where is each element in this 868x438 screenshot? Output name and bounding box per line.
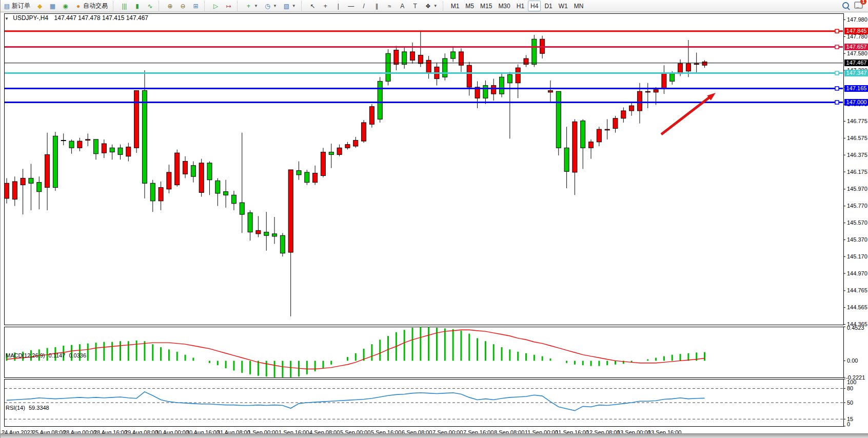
chart-canvas[interactable] (1, 0, 868, 438)
candle-body (231, 195, 236, 203)
line-handle[interactable] (835, 45, 839, 49)
candle-body (142, 91, 147, 184)
candle-body (313, 173, 318, 183)
candle-body (369, 107, 374, 125)
candle-body (29, 178, 33, 183)
candle-body (102, 144, 106, 153)
candle-body (5, 183, 9, 198)
candle-body (183, 162, 188, 174)
candle-body (240, 203, 244, 214)
candle-body (678, 64, 683, 74)
candle-body (37, 183, 42, 192)
candle-body (702, 62, 707, 66)
candle-body (21, 178, 25, 185)
candle-body (69, 141, 74, 148)
mt4-terminal: ▤新订单◆▦◉●自动交易|||▮∿⊕⊖⊞▷↦+▼◷▼▧▼↖+|—/∥≈AT❖▼M… (0, 0, 868, 438)
candle-body (443, 58, 447, 77)
rsi-scale-label: 80 (847, 385, 853, 391)
candle-body (191, 166, 195, 176)
candle-body (451, 52, 456, 58)
candle-body (215, 181, 220, 193)
candle-body (175, 153, 180, 185)
candle-body (45, 154, 50, 187)
price-axis-label: 146.375 (847, 152, 867, 158)
macd-scale-max: 0.4523 (847, 325, 864, 331)
candle-body (491, 86, 496, 94)
chart-window[interactable]: ▼ USDJPY-,H4 147.447 147.478 147.415 147… (1, 12, 868, 434)
candle-body (305, 172, 309, 183)
candle-body (548, 91, 553, 92)
macd-signal-value: 0.0336 (69, 352, 86, 359)
candle-body (288, 170, 293, 252)
chevron-down-icon[interactable]: ▼ (5, 16, 9, 21)
candle-body (573, 122, 577, 172)
candle-body (621, 111, 626, 118)
rsi-scale-label: 100 (847, 379, 856, 385)
candle-body (637, 91, 642, 111)
chart-ohlc-line: ▼ USDJPY-,H4 147.447 147.478 147.415 147… (5, 14, 148, 22)
macd-signal-line (7, 330, 705, 369)
candle-body (378, 81, 382, 119)
price-axis-label: 145.570 (847, 220, 867, 226)
candle-body (418, 55, 423, 64)
candle-body (386, 53, 390, 81)
candle-body (483, 86, 488, 98)
candle-body (264, 232, 269, 236)
candle-body (670, 74, 675, 82)
line-handle[interactable] (835, 101, 839, 104)
price-axis-label: 147.580 (847, 50, 867, 56)
price-line-label: 147.000 (844, 99, 868, 106)
line-handle[interactable] (835, 87, 839, 90)
candle-body (686, 64, 691, 71)
candle-body (597, 129, 601, 142)
candle-body (532, 39, 537, 64)
candle-body (402, 52, 407, 65)
rsi-line (7, 392, 705, 411)
price-line-label: 147.165 (844, 85, 868, 92)
macd-pane-border (4, 327, 843, 377)
line-handle[interactable] (835, 29, 839, 33)
price-line-label: 147.347 (844, 70, 868, 76)
macd-scale-zero: 0.00 (847, 357, 858, 364)
candle-body (272, 234, 277, 236)
candle-body (645, 91, 650, 92)
line-handle[interactable] (835, 71, 839, 75)
candle-body (86, 140, 90, 141)
price-axis-label: 144.970 (847, 270, 867, 276)
price-line-label: 147.845 (844, 28, 868, 34)
candle-body (589, 142, 594, 148)
candle-body (248, 213, 252, 232)
candle-body (581, 121, 585, 148)
candle-body (426, 60, 431, 73)
price-axis-label: 146.175 (847, 169, 867, 175)
rsi-scale-label: 50 (847, 400, 853, 406)
price-axis-label: 144.565 (847, 304, 867, 310)
candle-body (167, 172, 171, 189)
macd-indicator-label: MACD(12,26,9) 0.1147 0.0336 (6, 352, 86, 359)
candle-body (605, 129, 609, 130)
candle-body (362, 123, 366, 141)
candle-body (410, 52, 415, 60)
candle-body (694, 64, 699, 65)
candle-body (654, 90, 658, 92)
window-resize-strip (1, 433, 868, 438)
candle-body (150, 183, 155, 201)
candle-body (394, 50, 399, 65)
candle-body (353, 140, 358, 146)
candle-body (256, 230, 261, 234)
candle-body (61, 140, 66, 141)
candle-body (224, 192, 228, 195)
candle-body (297, 171, 301, 175)
candle-body (564, 148, 569, 171)
candle-body (207, 163, 212, 180)
candle-body (556, 91, 561, 148)
candle-body (53, 136, 57, 187)
price-axis-label: 145.770 (847, 203, 867, 209)
candle-body (507, 74, 512, 83)
price-axis-label: 144.765 (847, 287, 867, 293)
candle-body (516, 68, 520, 83)
candle-body (321, 152, 325, 175)
candle-body (12, 182, 17, 200)
price-axis-label: 145.970 (847, 186, 867, 192)
symbol-timeframe-label: USDJPY-,H4 (13, 14, 48, 22)
